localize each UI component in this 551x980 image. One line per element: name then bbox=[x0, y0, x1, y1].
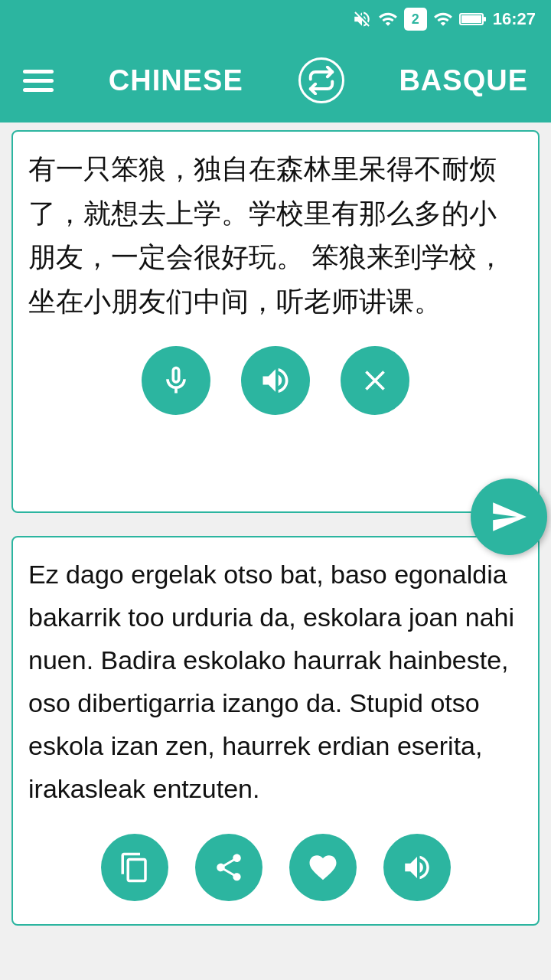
sim-badge: 2 bbox=[404, 8, 427, 31]
clear-button[interactable] bbox=[341, 346, 409, 415]
target-language-label[interactable]: BASQUE bbox=[399, 64, 528, 97]
copy-button[interactable] bbox=[101, 834, 168, 901]
status-bar: 2 16:27 bbox=[0, 0, 551, 38]
battery-icon bbox=[459, 9, 487, 29]
source-action-buttons bbox=[28, 346, 523, 430]
navbar: CHINESE BASQUE bbox=[0, 38, 551, 122]
listen-output-button[interactable] bbox=[383, 834, 451, 901]
signal-icon bbox=[433, 9, 453, 29]
send-translate-button[interactable] bbox=[471, 479, 547, 555]
mute-icon bbox=[352, 9, 372, 29]
microphone-button[interactable] bbox=[142, 346, 210, 415]
target-text-panel: Ez dago ergelak otso bat, baso egonaldia… bbox=[11, 536, 540, 926]
svg-rect-2 bbox=[484, 17, 486, 21]
favorite-button[interactable] bbox=[289, 834, 357, 901]
menu-button[interactable] bbox=[23, 70, 54, 92]
target-action-buttons bbox=[28, 834, 523, 909]
svg-rect-1 bbox=[461, 15, 481, 23]
status-icons: 2 16:27 bbox=[352, 8, 536, 31]
source-text-panel: 有一只笨狼，独自在森林里呆得不耐烦了，就想去上学。学校里有那么多的小朋友，一定会… bbox=[11, 130, 540, 513]
wifi-icon bbox=[378, 9, 398, 29]
source-language-label[interactable]: CHINESE bbox=[109, 64, 243, 97]
swap-languages-button[interactable] bbox=[298, 57, 344, 103]
share-button[interactable] bbox=[195, 834, 262, 901]
speaker-button[interactable] bbox=[241, 346, 310, 415]
target-text-content: Ez dago ergelak otso bat, baso egonaldia… bbox=[28, 553, 523, 811]
time-display: 16:27 bbox=[493, 9, 536, 29]
source-text-content[interactable]: 有一只笨狼，独自在森林里呆得不耐烦了，就想去上学。学校里有那么多的小朋友，一定会… bbox=[28, 147, 523, 323]
